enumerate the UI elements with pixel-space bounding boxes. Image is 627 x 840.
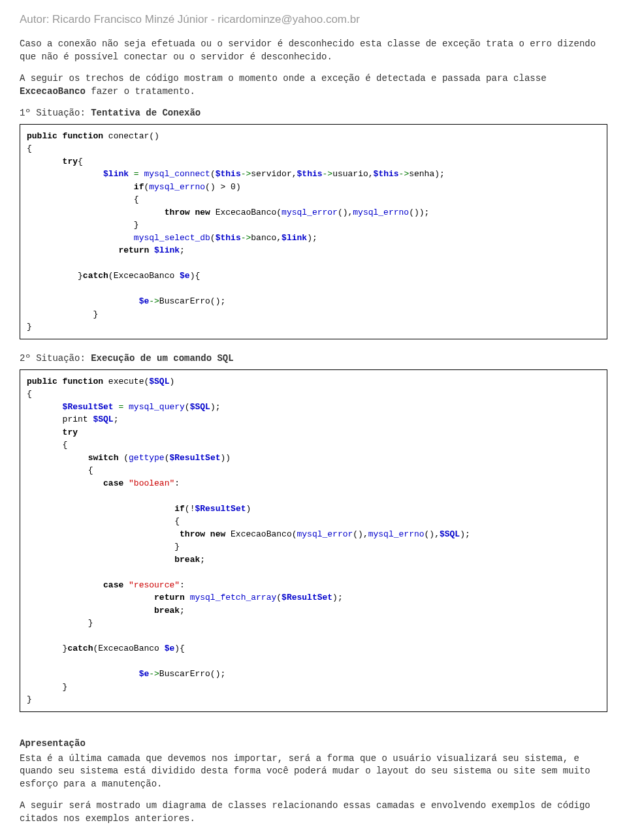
code-text: }: [78, 271, 83, 281]
situation-1-label: 1º Situação: Tentativa de Conexão: [20, 107, 607, 120]
code-text: );: [332, 593, 343, 602]
section-heading: Apresentação: [20, 738, 607, 749]
code-text: ExcecaoBanco(: [225, 529, 297, 539]
code-kw: catch: [67, 644, 93, 653]
code-var: $ResultSet: [169, 453, 220, 463]
code-text: ){: [174, 644, 185, 653]
code-kw: throw new: [165, 208, 210, 217]
code-var: $this: [216, 233, 241, 243]
code-fn: mysql_select_db: [134, 233, 210, 243]
p2-text-a: A seguir os trechos de código mostram o …: [20, 73, 547, 84]
code-kw: if: [134, 182, 144, 192]
code-kw: catch: [83, 271, 108, 281]
code-op: ->: [241, 169, 251, 179]
code-text: servidor,: [251, 169, 297, 179]
code-var: $e: [180, 271, 190, 281]
code-text: );: [460, 529, 470, 539]
code-op: ->: [399, 169, 410, 179]
code-text: ){: [190, 271, 201, 281]
code-kw: public function: [27, 377, 103, 386]
code-var: $e: [139, 669, 150, 679]
code-text: ): [169, 377, 174, 386]
code-text: (),: [338, 208, 353, 217]
code-fn: mysql_query: [129, 402, 185, 412]
code-text: ;: [200, 555, 205, 565]
code-text: (: [123, 453, 129, 463]
code-text: BuscarErro();: [159, 669, 225, 679]
p2-text-c: fazer o tratamento.: [86, 86, 195, 97]
code-text: )): [220, 453, 231, 463]
code-fn: mysql_errno: [149, 182, 205, 192]
code-text: }: [174, 542, 180, 552]
code-text: );: [210, 402, 221, 412]
code-fn: conectar: [103, 131, 149, 141]
code-var: $SQL: [440, 529, 460, 539]
sit2-prefix: 2º Situação:: [20, 353, 91, 364]
code-text: (: [210, 169, 216, 179]
code-text: print: [63, 414, 93, 424]
code-text: ;: [180, 245, 185, 255]
code-var: $link: [154, 245, 180, 255]
code-text: }: [63, 682, 68, 692]
code-var: $ResultSet: [63, 402, 114, 412]
code-text: :: [180, 580, 185, 590]
code-text: (: [210, 233, 216, 243]
code-var: $ResultSet: [195, 504, 246, 514]
code-kw: if: [174, 504, 185, 514]
code-op: ->: [149, 669, 159, 679]
code-text: {: [88, 465, 93, 475]
code-text: () > 0): [205, 182, 241, 192]
paragraph-1: Caso a conexão não seja efetuada ou o se…: [20, 38, 607, 63]
code-text: BuscarErro();: [159, 296, 225, 306]
code-text: usuario,: [332, 169, 373, 179]
code-var: $this: [216, 169, 241, 179]
code-fn: mysql_errno: [368, 529, 425, 539]
code-text: banco,: [251, 233, 281, 243]
code-op: ->: [149, 296, 159, 306]
sit1-prefix: 1º Situação:: [20, 108, 91, 118]
sit1-title: Tentativa de Conexão: [91, 108, 201, 118]
code-fn: execute: [103, 377, 144, 386]
code-var: $link: [281, 233, 307, 243]
paragraph-3: Esta é a última camada que devemos nos i…: [20, 753, 607, 791]
paragraph-4: A seguir será mostrado um diagrama de cl…: [20, 800, 607, 825]
code-text: {: [63, 440, 68, 450]
code-op: ->: [241, 233, 251, 243]
code-text: }: [134, 220, 139, 230]
code-text: {: [27, 389, 32, 399]
code-kw: return: [118, 245, 154, 255]
code-text: ;: [180, 606, 185, 615]
code-kw: case: [103, 478, 129, 488]
code-var: $e: [139, 296, 150, 306]
code-str: "resource": [129, 580, 180, 590]
code-text: (ExcecaoBanco: [108, 271, 180, 281]
code-text: ());: [409, 208, 429, 217]
code-kw: break: [154, 606, 180, 615]
code-fn: mysql_fetch_array: [190, 593, 277, 602]
code-text: {: [78, 157, 83, 166]
code-text: (: [276, 593, 281, 602]
paragraph-2: A seguir os trechos de código mostram o …: [20, 72, 607, 98]
code-str: "boolean": [129, 478, 174, 488]
situation-2-label: 2º Situação: Execução de um comando SQL: [20, 352, 607, 366]
code-fn: mysql_error: [281, 208, 338, 217]
code-text: (),: [425, 529, 440, 539]
code-text: {: [174, 516, 180, 526]
code-kw: return: [154, 593, 190, 602]
code-text: (): [149, 131, 159, 141]
code-kw: try: [63, 428, 78, 437]
code-text: }: [93, 309, 98, 319]
code-text: }: [27, 322, 32, 332]
code-text: (),: [353, 529, 368, 539]
code-text: ExcecaoBanco(: [210, 208, 281, 217]
code-var: $ResultSet: [281, 593, 332, 602]
code-fn: mysql_connect: [144, 169, 210, 179]
code-op: =: [114, 402, 129, 412]
code-text: senha);: [409, 169, 445, 179]
sit2-title: Execução de um comando SQL: [91, 353, 233, 364]
code-text: (!: [185, 504, 195, 514]
code-text: ;: [114, 414, 119, 424]
author-line: Autor: Ricardo Francisco Minzé Júnior - …: [20, 13, 607, 26]
code-text: (ExcecaoBanco: [93, 644, 164, 653]
code-kw: throw new: [180, 529, 225, 539]
